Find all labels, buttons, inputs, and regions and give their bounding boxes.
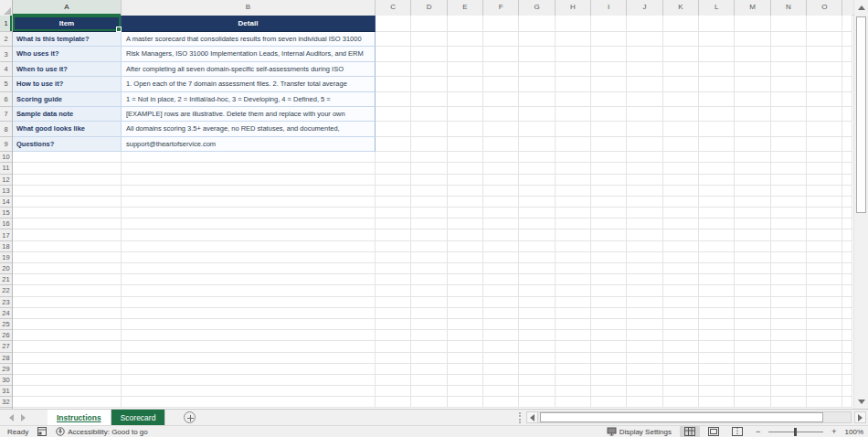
cell-D15[interactable]	[411, 208, 447, 218]
cell-H5[interactable]	[556, 77, 591, 91]
cell-A27[interactable]	[13, 341, 122, 352]
cell-G16[interactable]	[519, 218, 555, 229]
cell-A31[interactable]	[13, 386, 122, 397]
cell-O1[interactable]	[807, 16, 842, 32]
cell-J22[interactable]	[627, 285, 662, 296]
cell-J2[interactable]	[627, 32, 662, 47]
cell-D14[interactable]	[411, 197, 447, 208]
cell-E19[interactable]	[448, 252, 483, 263]
cell-N30[interactable]	[771, 375, 807, 386]
row-header-15[interactable]: 15	[0, 208, 12, 218]
cell-M10[interactable]	[735, 152, 770, 163]
cell-I22[interactable]	[591, 285, 627, 296]
cell-D10[interactable]	[411, 152, 447, 163]
column-header-O[interactable]: O	[807, 0, 842, 16]
cell-L11[interactable]	[699, 163, 735, 174]
cell-M24[interactable]	[735, 308, 770, 319]
cell-N7[interactable]	[771, 107, 807, 122]
cell-B11[interactable]	[122, 163, 376, 174]
cell-F9[interactable]	[483, 137, 519, 152]
cell-J12[interactable]	[627, 175, 662, 186]
row-header-30[interactable]: 30	[0, 375, 12, 386]
cell-H2[interactable]	[556, 32, 591, 47]
cell-C17[interactable]	[376, 229, 411, 240]
cell-H4[interactable]	[556, 62, 591, 77]
cell-K10[interactable]	[663, 152, 699, 163]
cell-F13[interactable]	[483, 186, 519, 197]
cell-F28[interactable]	[483, 353, 519, 364]
cell-O31[interactable]	[807, 386, 842, 397]
vertical-scrollbar[interactable]	[853, 0, 868, 409]
cell-F32[interactable]	[483, 397, 519, 408]
row-header-10[interactable]: 10	[0, 152, 12, 163]
cell-D30[interactable]	[411, 375, 447, 386]
cell-N19[interactable]	[771, 252, 807, 263]
cell-I19[interactable]	[591, 252, 627, 263]
cell-E10[interactable]	[448, 152, 483, 163]
cell-G28[interactable]	[519, 353, 555, 364]
select-all-corner[interactable]	[0, 0, 13, 16]
cell-M32[interactable]	[735, 397, 770, 408]
cell-N28[interactable]	[771, 353, 807, 364]
cell-E29[interactable]	[448, 364, 483, 375]
cell-I11[interactable]	[591, 163, 627, 174]
cell-M8[interactable]	[735, 122, 770, 136]
cell-D18[interactable]	[411, 241, 447, 252]
cell-I3[interactable]	[591, 47, 627, 61]
cell-B16[interactable]	[122, 218, 376, 229]
cell-C19[interactable]	[376, 252, 411, 263]
cell-N4[interactable]	[771, 62, 807, 77]
cell-C23[interactable]	[376, 297, 411, 308]
cell-J5[interactable]	[627, 77, 662, 91]
cell-H9[interactable]	[556, 137, 591, 152]
cell-N17[interactable]	[771, 229, 807, 240]
row-header-24[interactable]: 24	[0, 308, 12, 319]
cell-D4[interactable]	[411, 62, 447, 77]
cell-L27[interactable]	[699, 341, 735, 352]
cell-G30[interactable]	[519, 375, 555, 386]
cell-D7[interactable]	[411, 107, 447, 122]
cell-I13[interactable]	[591, 186, 627, 197]
cell-B31[interactable]	[122, 386, 376, 397]
zoom-slider-thumb[interactable]	[794, 428, 797, 436]
cell-D16[interactable]	[411, 218, 447, 229]
cell-O2[interactable]	[807, 32, 842, 47]
cell-D28[interactable]	[411, 353, 447, 364]
cell-M5[interactable]	[735, 77, 770, 91]
cell-G32[interactable]	[519, 397, 555, 408]
cell-C11[interactable]	[376, 163, 411, 174]
cell-O3[interactable]	[807, 47, 842, 61]
cell-B23[interactable]	[122, 297, 376, 308]
cell-H1[interactable]	[556, 16, 591, 32]
cell-A32[interactable]	[13, 397, 122, 408]
cell-F29[interactable]	[483, 364, 519, 375]
cell-I15[interactable]	[591, 208, 627, 218]
cell-M30[interactable]	[735, 375, 770, 386]
cell-A13[interactable]	[13, 186, 122, 197]
cell-O30[interactable]	[807, 375, 842, 386]
cell-F25[interactable]	[483, 319, 519, 330]
scroll-down-button[interactable]	[854, 394, 868, 409]
cell-C4[interactable]	[376, 62, 411, 77]
cell-C26[interactable]	[376, 330, 411, 341]
cell-M20[interactable]	[735, 263, 770, 274]
cell-L19[interactable]	[699, 252, 735, 263]
cell-N25[interactable]	[771, 319, 807, 330]
cell-I12[interactable]	[591, 175, 627, 186]
row-header-31[interactable]: 31	[0, 386, 12, 397]
cell-K12[interactable]	[663, 175, 699, 186]
cell-C18[interactable]	[376, 241, 411, 252]
detail-cell-row-2[interactable]: A master scorecard that consolidates res…	[122, 32, 376, 47]
row-header-27[interactable]: 27	[0, 341, 12, 352]
cell-F24[interactable]	[483, 308, 519, 319]
cell-F3[interactable]	[483, 47, 519, 61]
cell-J18[interactable]	[627, 241, 662, 252]
horizontal-scrollbar-thumb[interactable]	[540, 412, 823, 422]
cell-D17[interactable]	[411, 229, 447, 240]
cell-B32[interactable]	[122, 397, 376, 408]
cell-J4[interactable]	[627, 62, 662, 77]
cell-H3[interactable]	[556, 47, 591, 61]
cell-A29[interactable]	[13, 364, 122, 375]
cell-F21[interactable]	[483, 274, 519, 285]
cell-I4[interactable]	[591, 62, 627, 77]
